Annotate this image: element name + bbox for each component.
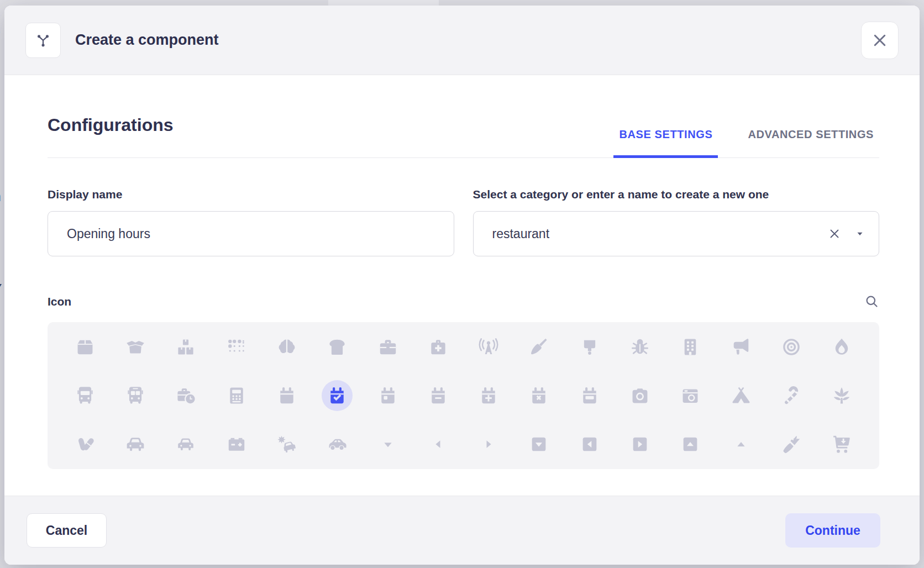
background-page-glimpse: enrYt3	[0, 0, 4, 568]
icon-calculator[interactable]	[211, 371, 261, 420]
icon-cannabis[interactable]	[817, 371, 867, 420]
icon-braille[interactable]	[211, 323, 261, 371]
icon-burn[interactable]	[817, 323, 867, 371]
modal-header: Create a component	[4, 6, 920, 75]
icon-broadcast-tower[interactable]	[464, 323, 514, 371]
icon-bread-slice[interactable]	[312, 323, 363, 371]
icon-label: Icon	[48, 295, 71, 308]
modal-footer: Cancel Continue	[4, 496, 920, 565]
icon-caret-down[interactable]	[363, 420, 413, 469]
icon-bus-alt[interactable]	[110, 371, 160, 420]
icon-calendar[interactable]	[261, 371, 312, 420]
icon-calendar-week[interactable]	[564, 371, 615, 420]
icon-box[interactable]	[60, 323, 110, 371]
icon-business-time[interactable]	[161, 371, 211, 420]
background-page-tab	[328, 0, 439, 6]
create-component-modal: Create a component Configurations BASE S…	[4, 6, 920, 565]
icon-bug[interactable]	[615, 323, 665, 371]
icon-brush[interactable]	[564, 323, 615, 371]
icon-calendar-minus[interactable]	[413, 371, 463, 420]
modal-title: Create a component	[75, 31, 219, 49]
icon-grid	[48, 322, 879, 469]
background-letter: n	[0, 188, 1, 205]
icon-camera[interactable]	[615, 371, 665, 420]
icon-caret-square-up[interactable]	[665, 420, 716, 469]
section-title: Configurations	[48, 115, 174, 157]
icon-box-open[interactable]	[110, 323, 160, 371]
category-group: Select a category or enter a name to cre…	[473, 188, 880, 256]
icon-car[interactable]	[110, 420, 160, 469]
display-name-fieldbox	[48, 211, 454, 256]
icon-bullhorn[interactable]	[716, 323, 766, 371]
icon-caret-up[interactable]	[716, 420, 766, 469]
category-controls	[828, 227, 879, 240]
category-fieldbox	[473, 211, 880, 256]
icon-calendar-times[interactable]	[514, 371, 564, 420]
category-input[interactable]	[474, 212, 828, 256]
icon-caret-square-left[interactable]	[564, 420, 615, 469]
modal-body: Configurations BASE SETTINGS ADVANCED SE…	[4, 75, 920, 496]
icon-boxes[interactable]	[161, 323, 211, 371]
close-icon[interactable]	[861, 22, 899, 59]
icon-caret-left[interactable]	[413, 420, 463, 469]
icon-bus[interactable]	[60, 371, 110, 420]
category-label: Select a category or enter a name to cre…	[473, 188, 880, 201]
configurations-section-header: Configurations BASE SETTINGS ADVANCED SE…	[48, 115, 879, 158]
settings-tabs: BASE SETTINGS ADVANCED SETTINGS	[613, 128, 879, 157]
tab-advanced-settings[interactable]: ADVANCED SETTINGS	[742, 128, 879, 158]
continue-button[interactable]: Continue	[785, 513, 880, 548]
icon-car-battery[interactable]	[211, 420, 261, 469]
display-name-label: Display name	[48, 188, 454, 201]
icon-carrot[interactable]	[766, 420, 816, 469]
icon-calendar-day[interactable]	[363, 371, 413, 420]
display-name-input[interactable]	[48, 212, 454, 256]
icon-candy-cane[interactable]	[766, 371, 816, 420]
clear-icon[interactable]	[828, 227, 841, 240]
tab-base-settings[interactable]: BASE SETTINGS	[613, 128, 718, 158]
icon-bullseye[interactable]	[766, 323, 816, 371]
icon-caret-square-down[interactable]	[514, 420, 564, 469]
icon-capsules[interactable]	[60, 420, 110, 469]
display-name-group: Display name	[48, 188, 454, 256]
icon-caret-square-right[interactable]	[615, 420, 665, 469]
icon-building[interactable]	[665, 323, 716, 371]
background-letter: Y	[0, 281, 2, 298]
component-icon	[25, 23, 61, 58]
icon-calendar-check-selected[interactable]	[312, 371, 363, 420]
icon-caret-right[interactable]	[464, 420, 514, 469]
cancel-button[interactable]: Cancel	[27, 513, 107, 548]
icon-brain[interactable]	[261, 323, 312, 371]
form-fields: Display name Select a category or enter …	[48, 188, 879, 256]
icon-cart-arrow-down[interactable]	[817, 420, 867, 469]
icon-camera-retro[interactable]	[665, 371, 716, 420]
icon-car-side[interactable]	[312, 420, 363, 469]
icon-calendar-plus[interactable]	[464, 371, 514, 420]
icon-briefcase[interactable]	[363, 323, 413, 371]
search-icon[interactable]	[864, 294, 879, 309]
icon-broom[interactable]	[514, 323, 564, 371]
icon-briefcase-medical[interactable]	[413, 323, 463, 371]
icon-campground[interactable]	[716, 371, 766, 420]
icon-car-crash[interactable]	[261, 420, 312, 469]
icon-car-alt[interactable]	[161, 420, 211, 469]
icon-picker-header: Icon	[48, 294, 879, 309]
chevron-down-icon[interactable]	[855, 229, 864, 238]
